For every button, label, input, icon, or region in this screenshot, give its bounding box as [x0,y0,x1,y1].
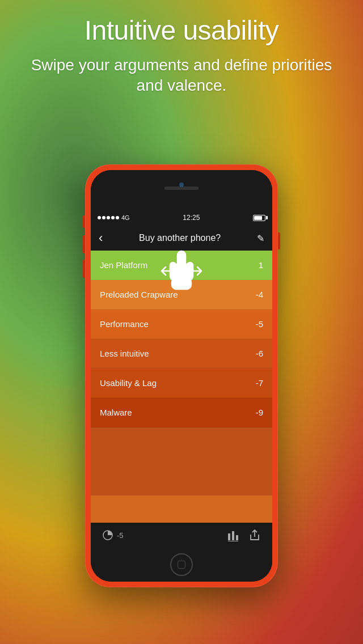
signal-dot-2 [102,216,105,219]
phone-screen: 4G 12:25 ‹ Buy another phone? ✎ Jen Plat… [91,170,272,582]
gesture-hand-icon [159,248,204,299]
share-icon[interactable] [248,529,261,541]
signal-dot-4 [111,216,115,219]
status-right [253,215,265,221]
svg-rect-2 [232,531,234,540]
svg-rect-7 [170,262,176,274]
item-label: Less intuitive [100,349,149,358]
signal-dot-5 [116,216,119,219]
network-type: 4G [121,214,130,221]
item-value: -5 [256,319,263,329]
list-item[interactable]: Less intuitive-6 [91,339,272,368]
total-score: -5 [117,531,124,540]
app-title: Buy another phone? [103,233,257,243]
back-button[interactable]: ‹ [99,232,103,244]
phone-top-bezel [91,170,272,210]
chart-icon [102,529,113,541]
item-label: Performance [100,319,149,329]
phone-bottom-bezel [91,548,272,582]
signal-dot-1 [98,216,101,219]
svg-rect-9 [172,278,191,289]
battery-fill [254,216,262,220]
main-title: Intuitive usability [0,16,363,46]
header-section: Intuitive usability Swipe your arguments… [0,0,363,96]
bottom-toolbar: -5 [91,523,272,548]
item-value: -6 [256,349,263,358]
phone-device: 4G 12:25 ‹ Buy another phone? ✎ Jen Plat… [85,164,278,587]
power-button [278,232,280,249]
home-button[interactable] [170,553,193,576]
main-subtitle: Swipe your arguments and define prioriti… [0,55,363,96]
toolbar-actions [227,529,261,541]
svg-rect-3 [236,535,238,540]
status-bar: 4G 12:25 [91,210,272,226]
item-label: Jen Platform [100,260,147,270]
item-value: -7 [256,378,263,388]
app-header: ‹ Buy another phone? ✎ [91,226,272,251]
mute-button [83,215,85,228]
status-time: 12:25 [183,214,200,222]
signal-indicator [98,216,119,219]
battery-indicator [253,215,265,221]
list-item[interactable]: Performance-5 [91,310,272,339]
item-value: -4 [256,290,263,299]
toolbar-score-section: -5 [102,529,124,541]
svg-rect-4 [228,541,238,541]
empty-list-area [91,427,272,495]
front-camera [179,183,184,187]
svg-rect-1 [228,533,230,540]
edit-button[interactable]: ✎ [257,233,264,244]
status-left: 4G [98,214,130,221]
svg-rect-8 [187,262,193,274]
item-value: 1 [259,260,263,270]
item-label: Malware [100,408,132,417]
phone-case: 4G 12:25 ‹ Buy another phone? ✎ Jen Plat… [85,164,278,587]
bar-chart-icon[interactable] [227,529,239,541]
list-item[interactable]: Usability & Lag-7 [91,368,272,398]
volume-down-button [83,260,85,278]
list-item[interactable]: Malware-9 [91,398,272,427]
volume-up-button [83,235,85,253]
item-value: -9 [256,408,263,417]
item-label: Usability & Lag [100,378,157,388]
home-button-inner [178,561,185,569]
signal-dot-3 [107,216,110,219]
